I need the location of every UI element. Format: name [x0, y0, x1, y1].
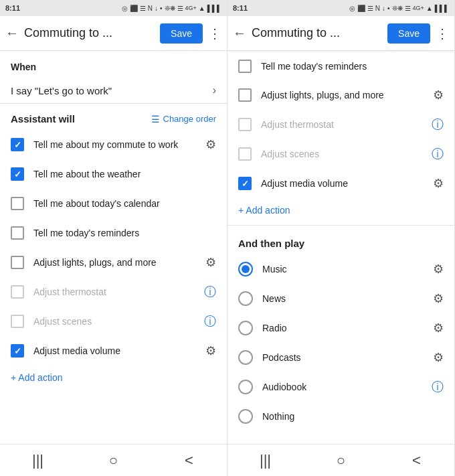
radio-row-audiobook: Audiobook ⓘ	[227, 372, 454, 402]
checkbox-reminders[interactable]	[11, 226, 24, 240]
gear-icon-news[interactable]: ⚙	[433, 291, 444, 306]
top-bar-left: ← Commuting to ... Save ⋮	[0, 16, 227, 51]
label-reminders-r: Tell me today's reminders	[261, 61, 444, 72]
info-icon-scenes-r[interactable]: ⓘ	[432, 146, 444, 162]
gear-icon-media-volume-r[interactable]: ⚙	[433, 176, 444, 191]
change-order-label: Change order	[163, 114, 217, 124]
checkbox-lights-r[interactable]	[238, 88, 252, 102]
nav-menu-icon-left[interactable]: |||	[18, 452, 58, 469]
nav-home-icon-left[interactable]: ○	[94, 452, 134, 469]
save-button-right[interactable]: Save	[387, 23, 430, 44]
info-icon-thermostat-r[interactable]: ⓘ	[432, 116, 444, 133]
checkbox-lights[interactable]	[11, 256, 24, 269]
radio-radio[interactable]	[238, 321, 253, 335]
save-button-left[interactable]: Save	[160, 23, 203, 44]
check-row-thermostat-r: Adjust thermostat ⓘ	[227, 110, 454, 139]
checkbox-media-volume-r[interactable]	[238, 177, 252, 190]
status-bar-left: 8:11 ◎ ⬛ ☰ N ↓ • ❊❋ ☰ 4G+ ▲ ▌▌▌	[0, 0, 227, 16]
add-action-button-right[interactable]: + Add action	[227, 198, 454, 222]
radio-row-nothing: Nothing	[227, 402, 454, 431]
check-row-thermostat: Adjust thermostat ⓘ	[0, 277, 227, 307]
and-then-play-label: And then play	[227, 228, 454, 254]
status-bar-right: 8:11 ◎ ⬛ ☰ N ↓ • ❊❋ ☰ 4G+ ▲ ▌▌▌	[227, 0, 454, 16]
gear-icon-commute[interactable]: ⚙	[205, 137, 216, 152]
label-thermostat: Adjust thermostat	[33, 287, 199, 297]
check-row-lights-r: Adjust lights, plugs, and more ⚙	[227, 80, 454, 110]
label-lights-r: Adjust lights, plugs, and more	[261, 90, 428, 100]
add-action-button-left[interactable]: + Add action	[0, 366, 227, 390]
radio-news[interactable]	[238, 291, 253, 306]
assistant-will-header: Assistant will ☰ Change order	[0, 104, 227, 130]
gear-icon-podcasts[interactable]: ⚙	[433, 350, 444, 365]
checkbox-media-volume[interactable]	[11, 344, 24, 358]
radio-nothing[interactable]	[238, 409, 253, 424]
chevron-right-icon: ›	[213, 84, 216, 96]
label-audiobook: Audiobook	[262, 382, 426, 392]
left-panel: 8:11 ◎ ⬛ ☰ N ↓ • ❊❋ ☰ 4G+ ▲ ▌▌▌ ← Commut…	[0, 0, 227, 476]
check-row-weather: Tell me about the weather	[0, 159, 227, 189]
checkbox-scenes-r[interactable]	[238, 147, 252, 161]
label-music: Music	[262, 264, 428, 274]
back-button-right[interactable]: ←	[233, 25, 246, 41]
radio-row-news: News ⚙	[227, 284, 454, 313]
checkbox-thermostat-r[interactable]	[238, 118, 252, 131]
gear-icon-music[interactable]: ⚙	[433, 262, 444, 276]
more-button-left[interactable]: ⋮	[208, 25, 221, 42]
more-button-right[interactable]: ⋮	[436, 25, 449, 42]
info-icon-thermostat[interactable]: ⓘ	[204, 284, 216, 300]
label-media-volume: Adjust media volume	[33, 345, 200, 356]
right-content: Tell me today's reminders Adjust lights,…	[227, 51, 454, 444]
back-button-left[interactable]: ←	[5, 25, 19, 41]
left-content: When I say "Let's go to work" › Assistan…	[0, 51, 227, 444]
section-divider	[227, 225, 454, 226]
check-row-commute: Tell me about my commute to work ⚙	[0, 130, 227, 159]
check-row-calendar: Tell me about today's calendar	[0, 189, 227, 218]
label-scenes: Adjust scenes	[33, 316, 199, 327]
nav-back-icon-right[interactable]: <	[397, 452, 437, 469]
bottom-nav-right: ||| ○ <	[227, 444, 454, 476]
radio-row-podcasts: Podcasts ⚙	[227, 343, 454, 372]
checkbox-scenes[interactable]	[11, 315, 24, 328]
radio-row-music: Music ⚙	[227, 254, 454, 284]
checkbox-reminders-r[interactable]	[238, 60, 252, 73]
when-label: When	[0, 51, 227, 78]
label-lights: Adjust lights, plugs, and more	[33, 257, 200, 268]
gear-icon-media-volume[interactable]: ⚙	[205, 343, 216, 358]
title-left: Commuting to ...	[24, 26, 160, 40]
checkbox-thermostat[interactable]	[11, 285, 24, 299]
status-icons-left: ◎ ⬛ ☰ N ↓ • ❊❋ ☰ 4G+ ▲ ▌▌▌	[122, 5, 221, 12]
label-radio: Radio	[262, 323, 428, 333]
checkbox-commute[interactable]	[11, 138, 24, 151]
check-row-reminders: Tell me today's reminders	[0, 218, 227, 248]
check-row-lights: Adjust lights, plugs, and more ⚙	[0, 248, 227, 277]
reorder-icon: ☰	[151, 114, 160, 125]
gear-icon-lights-r[interactable]: ⚙	[433, 88, 444, 102]
info-icon-audiobook[interactable]: ⓘ	[432, 379, 444, 395]
title-right: Commuting to ...	[252, 26, 387, 40]
checkbox-calendar[interactable]	[11, 197, 24, 210]
nav-menu-icon-right[interactable]: |||	[246, 452, 286, 469]
status-icons-right: ◎ ⬛ ☰ N ↓ • ❊❋ ☰ 4G+ ▲ ▌▌▌	[349, 5, 449, 12]
radio-audiobook[interactable]	[238, 380, 253, 394]
label-calendar: Tell me about today's calendar	[33, 198, 216, 209]
gear-icon-radio[interactable]: ⚙	[433, 321, 444, 335]
when-trigger-text: I say "Let's go to work"	[11, 85, 112, 96]
info-icon-scenes[interactable]: ⓘ	[204, 313, 216, 329]
time-right: 8:11	[233, 4, 248, 12]
label-thermostat-r: Adjust thermostat	[261, 119, 426, 130]
check-row-media-volume-r: Adjust media volume ⚙	[227, 169, 454, 198]
label-weather: Tell me about the weather	[33, 169, 216, 179]
check-row-reminders-r: Tell me today's reminders	[227, 51, 454, 80]
check-row-media-volume: Adjust media volume ⚙	[0, 336, 227, 366]
label-commute: Tell me about my commute to work	[33, 139, 200, 150]
radio-podcasts[interactable]	[238, 350, 253, 365]
nav-home-icon-right[interactable]: ○	[321, 452, 361, 469]
checkbox-weather[interactable]	[11, 167, 24, 181]
gear-icon-lights[interactable]: ⚙	[205, 255, 216, 270]
radio-row-radio: Radio ⚙	[227, 313, 454, 343]
change-order-button[interactable]: ☰ Change order	[151, 114, 217, 125]
label-nothing: Nothing	[262, 411, 444, 422]
radio-music[interactable]	[238, 262, 253, 276]
nav-back-icon-left[interactable]: <	[169, 452, 209, 469]
when-trigger-row[interactable]: I say "Let's go to work" ›	[0, 78, 227, 104]
